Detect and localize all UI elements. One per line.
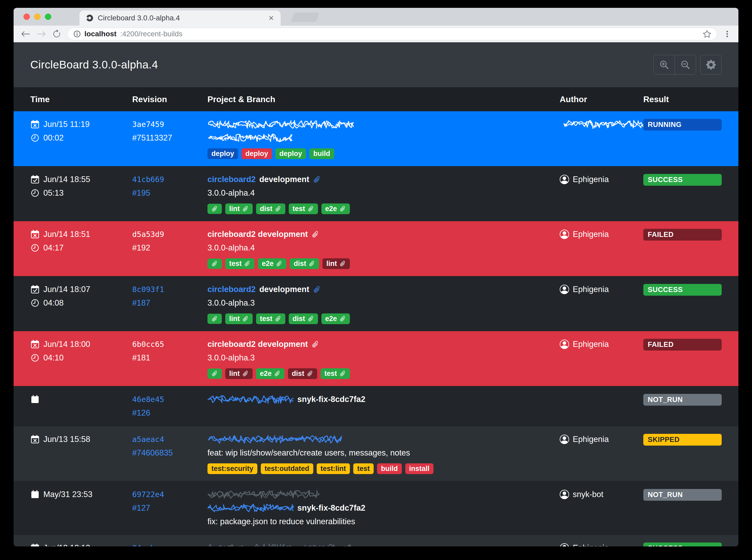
artifact-badge[interactable]: build [377,463,402,474]
zoom-in-button[interactable] [653,55,675,75]
build-number-link: #181 [132,353,150,362]
artifact-badge[interactable] [207,314,222,324]
scribble-graphic [207,134,292,142]
close-tab-icon[interactable] [268,15,274,21]
browser-menu-icon[interactable] [723,30,731,38]
info-icon[interactable] [74,30,81,38]
branch-name: snyk-fix-8cdc7fa2 [297,395,365,404]
artifact-badge[interactable]: dist [289,314,318,324]
paperclip-icon [312,340,319,348]
bookmark-star-icon[interactable] [703,30,711,38]
calendar-x-icon [30,435,40,444]
commit-hash-link[interactable]: a5aeac4 [132,435,164,444]
artifact-badge[interactable]: lint [225,368,253,379]
build-number-link[interactable]: #127 [132,503,150,513]
result-status-badge: FAILED [643,229,722,241]
project-link[interactable]: circleboard2 [207,175,256,184]
result-status-badge: FAILED [643,339,722,351]
paperclip-icon [313,285,321,293]
artifact-badge[interactable]: test:lint [317,463,350,474]
result-cell: FAILED [643,227,722,241]
artifact-badge-label: lint [229,315,240,322]
artifact-badge[interactable]: dist [290,258,319,269]
branch-name: snyk-fix-8cdc7fa2 [297,503,365,513]
result-status-badge: SUCCESS [643,284,722,296]
build-number-link[interactable]: #126 [132,408,150,418]
time-date-text: Jun/14 18:51 [43,229,90,239]
tab-title: Circleboard 3.0.0-alpha.4 [98,14,264,22]
artifact-badge-label: test [260,315,273,322]
build-number-link[interactable]: #187 [132,298,150,308]
artifact-badge[interactable]: test:outdated [261,463,313,474]
branch-name: circleboard2 development [207,340,308,349]
browser-tab[interactable]: Circleboard 3.0.0-alpha.4 [79,11,281,26]
url-bar[interactable]: localhost:4200/recent-builds [67,28,717,40]
commit-hash-link[interactable]: 69722e4 [132,490,164,499]
time-duration: 00:02 [30,131,132,145]
artifact-badge[interactable]: test [353,463,374,474]
build-number-link[interactable]: #195 [132,188,150,198]
commit-hash-link[interactable]: 04ccbce [132,543,164,546]
paperclip-icon [275,205,281,212]
artifact-badge[interactable]: lint [225,314,253,324]
artifact-badge[interactable]: build [309,148,334,159]
commit-hash-link[interactable]: 46e8e45 [132,395,164,404]
time-cell: Jun/15 11:19 00:02 [30,118,132,145]
branch-name: development [259,285,309,294]
artifact-badge[interactable]: deploy [241,148,272,159]
settings-button[interactable] [700,55,722,75]
revision-cell: 04ccbce#74287050 [132,541,207,546]
zoom-in-icon [659,60,669,70]
artifact-badge[interactable]: test [225,258,255,269]
zoom-out-button[interactable] [675,55,696,75]
redacted-project-link[interactable] [207,118,354,131]
artifact-badge[interactable] [207,259,222,269]
artifact-badge[interactable]: test [289,203,318,214]
redacted-project-link[interactable] [207,501,294,515]
time-duration-text: 00:02 [43,133,64,143]
artifact-badge[interactable]: lint [225,203,253,214]
artifact-badge[interactable]: e2e [256,368,284,379]
artifact-badge[interactable]: dist [256,203,285,214]
project-link[interactable]: circleboard2 [207,285,256,294]
minimize-window-button[interactable] [34,14,40,20]
branch-name: circleboard2 development [207,229,308,239]
time-date: Jun/12 12:13 [30,541,132,546]
artifact-badge[interactable]: test [256,314,285,324]
new-tab-button[interactable] [291,13,319,22]
artifact-badge[interactable]: install [405,463,434,474]
commit-hash-link[interactable]: 8c093f1 [132,285,164,294]
revision-cell: 41cb669#195 [132,173,207,200]
reload-icon[interactable] [52,29,61,38]
forward-icon[interactable] [37,29,46,39]
redacted-project-link[interactable] [207,393,294,406]
project-cell: circleboard2 development 3.0.0-alpha.3 l… [207,338,560,380]
project-line: circleboard2development [207,283,560,296]
project-line: circleboard2development [207,173,560,186]
commit-hash-link: 3ae7459 [132,120,164,129]
artifact-badge[interactable]: deploy [275,148,306,159]
back-icon[interactable] [21,29,30,39]
scribble-graphic [207,435,342,444]
commit-hash-link[interactable]: 41cb669 [132,175,164,184]
artifact-badge[interactable] [207,204,222,214]
time-cell: Jun/14 18:00 04:10 [30,338,132,365]
author-line: snyk-bot [560,488,643,501]
fullscreen-window-button[interactable] [45,14,51,20]
artifact-badge[interactable]: dist [288,368,317,379]
artifact-badge-label: dist [260,205,273,212]
artifact-badge[interactable]: test:security [207,463,257,474]
author-cell: Ephigenia [560,338,643,351]
artifact-badge[interactable]: e2e [321,203,350,214]
build-number-link[interactable]: #74606835 [132,448,173,458]
close-window-button[interactable] [23,14,30,20]
artifact-badge[interactable]: e2e [258,258,286,269]
artifact-badge[interactable]: lint [322,258,350,269]
artifact-badge[interactable]: e2e [321,314,350,324]
redacted-project-link[interactable] [207,433,342,446]
artifact-badge[interactable] [207,368,222,379]
result-cell: RUNNING [643,118,722,131]
artifact-badge[interactable]: test [321,368,350,379]
artifact-badge[interactable]: deploy [207,148,238,159]
commit-subject: 3.0.0-alpha.4 [207,188,255,198]
